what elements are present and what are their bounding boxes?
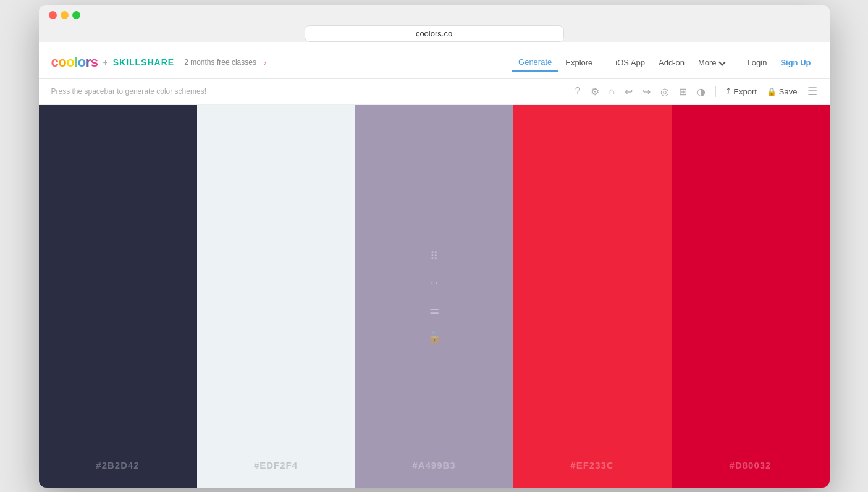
color-swatch-2[interactable]: #EDF2F4: [197, 105, 355, 488]
color-swatch-1[interactable]: #2B2D42: [39, 105, 197, 488]
colorblind-icon[interactable]: ◑: [697, 86, 706, 98]
swatch-icons-3: ⠿ ↔ ⚌ 🔒: [428, 249, 441, 343]
skillshare-logo[interactable]: SKILLSHARE: [113, 57, 174, 67]
export-button[interactable]: ⤴ Export: [726, 86, 757, 96]
promo-arrow: ›: [264, 58, 266, 67]
browser-chrome: coolors.co: [39, 5, 830, 42]
help-icon[interactable]: ?: [575, 86, 581, 97]
traffic-light-green[interactable]: [72, 11, 80, 19]
toolbar-icons: ? ⚙ ⌂ ↩ ↪ ◎ ⊞ ◑ ⤴ Export 🔒 Save ☰: [575, 85, 817, 98]
color-swatch-3[interactable]: ⠿ ↔ ⚌ 🔒 #A499B3: [355, 105, 513, 488]
home-icon[interactable]: ⌂: [609, 86, 615, 97]
browser-controls: [49, 11, 820, 19]
color-hex-1: #2B2D42: [96, 460, 139, 470]
nav-ios-app[interactable]: iOS App: [609, 54, 651, 71]
address-bar-row: coolors.co: [49, 25, 820, 42]
color-hex-5: #D80032: [730, 460, 772, 470]
menu-icon[interactable]: ☰: [807, 85, 817, 98]
nav-divider: [604, 56, 604, 69]
toolbar-divider: [715, 86, 716, 97]
settings-icon[interactable]: ⚙: [591, 86, 599, 98]
palette-container: #2B2D42 #EDF2F4 ⠿ ↔ ⚌ 🔒 #A499B3 #EF233C …: [39, 105, 830, 488]
save-button[interactable]: 🔒 Save: [767, 87, 798, 96]
chevron-down-icon: [718, 59, 725, 65]
color-hex-3: #A499B3: [412, 460, 455, 470]
logo-area: coolors + SKILLSHARE 2 months free class…: [51, 54, 267, 70]
nav-login[interactable]: Login: [741, 54, 773, 71]
grid-drag-icon[interactable]: ⠿: [430, 249, 438, 262]
adjust-icon[interactable]: ⚌: [429, 302, 439, 316]
color-swatch-4[interactable]: #EF233C: [513, 105, 672, 488]
nav-more[interactable]: More: [692, 54, 731, 71]
traffic-light-yellow[interactable]: [61, 11, 69, 19]
view-icon[interactable]: ◎: [660, 86, 669, 98]
logo-plus: +: [103, 57, 108, 67]
browser-window: coolors.co coolors + SKILLSHARE 2 months…: [39, 5, 830, 488]
lock-icon: 🔒: [767, 87, 777, 96]
logo-coolors[interactable]: coolors: [51, 54, 98, 70]
toolbar: Press the spacebar to generate color sch…: [39, 79, 830, 105]
traffic-light-red[interactable]: [49, 11, 57, 19]
nav-bar: coolors + SKILLSHARE 2 months free class…: [39, 47, 830, 79]
address-bar[interactable]: coolors.co: [305, 25, 564, 42]
lock-color-icon[interactable]: 🔒: [428, 330, 441, 343]
nav-addon[interactable]: Add-on: [652, 54, 691, 71]
nav-links: Generate Explore iOS App Add-on More Log…: [512, 54, 817, 72]
nav-generate[interactable]: Generate: [512, 54, 558, 72]
redo-icon[interactable]: ↪: [643, 86, 651, 98]
resize-icon[interactable]: ↔: [429, 276, 440, 289]
share-icon: ⤴: [726, 86, 730, 96]
color-swatch-5[interactable]: #D80032: [672, 105, 830, 488]
color-hex-4: #EF233C: [570, 460, 613, 470]
nav-explore[interactable]: Explore: [559, 54, 599, 71]
undo-icon[interactable]: ↩: [625, 86, 633, 98]
promo-text: 2 months free classes: [184, 58, 256, 67]
color-hex-2: #EDF2F4: [254, 460, 298, 470]
toolbar-hint: Press the spacebar to generate color sch…: [51, 87, 575, 96]
nav-signup[interactable]: Sign Up: [774, 54, 817, 71]
nav-divider-2: [736, 56, 736, 69]
grid-icon[interactable]: ⊞: [679, 86, 687, 98]
